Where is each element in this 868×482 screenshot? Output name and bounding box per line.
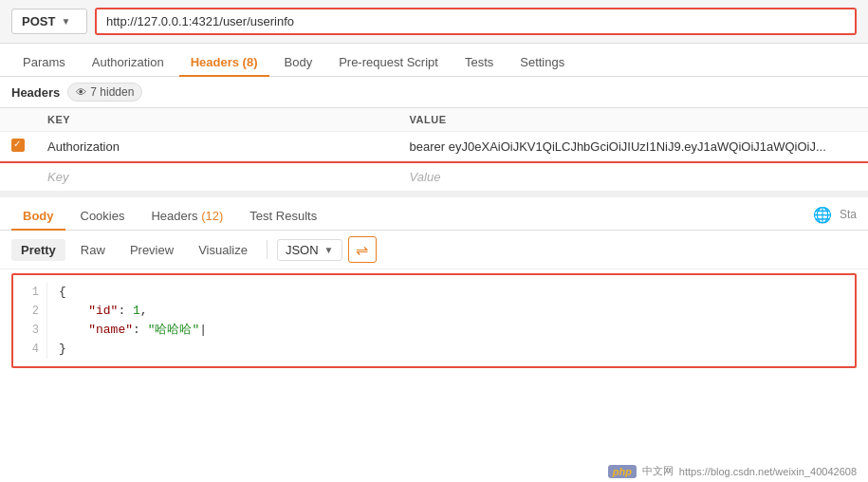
response-tab-test-results[interactable]: Test Results <box>238 203 328 231</box>
format-bar: Pretty Raw Preview Visualize JSON ▼ ⇌ <box>0 231 868 269</box>
line-num-1: 1 <box>21 283 39 302</box>
format-btn-preview[interactable]: Preview <box>120 239 183 261</box>
hidden-badge[interactable]: 👁 7 hidden <box>67 83 142 102</box>
table-row: Authorization bearer eyJ0eXAiOiJKV1QiLCJ… <box>0 132 868 163</box>
row-value-empty[interactable]: Value <box>398 162 868 192</box>
row-checkbox-cell[interactable] <box>0 132 36 163</box>
tab-headers[interactable]: Headers (8) <box>179 49 269 77</box>
response-right: 🌐 Sta <box>813 206 857 228</box>
brace-close: } <box>59 342 66 356</box>
json-format-select[interactable]: JSON ▼ <box>277 239 342 261</box>
val-placeholder: Value <box>410 170 441 184</box>
response-tabs-row: Body Cookies Headers (12) Test Results 🌐… <box>0 197 868 231</box>
code-line-2: "id": 1, <box>59 302 843 321</box>
line-numbers: 1 2 3 4 <box>13 283 47 359</box>
tab-authorization[interactable]: Authorization <box>81 49 175 77</box>
code-line-1: { <box>59 283 843 302</box>
code-key-name: "name" <box>88 323 133 337</box>
format-btn-visualize[interactable]: Visualize <box>189 239 257 261</box>
request-tabs-row: Params Authorization Headers (8) Body Pr… <box>0 44 868 77</box>
method-select[interactable]: POST ▼ <box>11 9 87 34</box>
eye-icon: 👁 <box>76 86 86 98</box>
table-row-empty: Key Value <box>0 162 868 192</box>
format-divider <box>267 240 268 259</box>
hidden-count: 7 hidden <box>90 85 134 99</box>
url-input-wrapper <box>95 8 857 35</box>
headers-label: Headers <box>11 85 60 100</box>
brace-open: { <box>59 285 66 299</box>
format-btn-pretty[interactable]: Pretty <box>11 239 65 261</box>
col-key: KEY <box>36 108 398 132</box>
tab-body[interactable]: Body <box>273 49 324 77</box>
code-val-name: "哈哈哈" <box>148 323 200 337</box>
wrap-icon-symbol: ⇌ <box>356 241 368 259</box>
tab-params[interactable]: Params <box>11 49 77 77</box>
tab-settings[interactable]: Settings <box>508 49 576 77</box>
code-line-4: } <box>59 340 843 359</box>
status-text: Sta <box>840 208 857 221</box>
key-placeholder: Key <box>47 170 68 184</box>
row-value[interactable]: bearer eyJ0eXAiOiJKV1QiLCJhbGciOiJIUzI1N… <box>398 132 868 163</box>
response-tab-cookies[interactable]: Cookies <box>69 203 137 231</box>
line-num-4: 4 <box>21 340 39 359</box>
url-input[interactable] <box>97 9 855 33</box>
col-checkbox <box>0 108 36 132</box>
row-key-empty[interactable]: Key <box>36 162 398 192</box>
top-bar: POST ▼ <box>0 0 868 44</box>
code-val-id: 1 <box>133 304 140 318</box>
code-output-border: 1 2 3 4 { "id": 1, "name": "哈哈哈"| } <box>11 273 857 368</box>
col-value: VALUE <box>398 108 868 132</box>
globe-icon[interactable]: 🌐 <box>813 206 832 224</box>
wrap-icon[interactable]: ⇌ <box>348 236 377 263</box>
code-key-id: "id" <box>88 304 118 318</box>
method-arrow: ▼ <box>61 16 77 27</box>
code-colon-2: : <box>133 323 148 337</box>
code-content: { "id": 1, "name": "哈哈哈"| } <box>47 283 855 359</box>
response-headers-count: (12) <box>201 209 223 223</box>
cursor-blink: | <box>199 323 207 337</box>
tab-prerequest[interactable]: Pre-request Script <box>327 49 450 77</box>
line-num-3: 3 <box>21 321 39 340</box>
response-tab-body[interactable]: Body <box>11 203 65 231</box>
headers-table: KEY VALUE Authorization bearer eyJ0eXAiO… <box>0 108 868 192</box>
row-checkbox-empty <box>0 162 36 192</box>
json-arrow: ▼ <box>324 245 334 255</box>
code-comma-1: , <box>140 304 148 318</box>
response-tab-headers[interactable]: Headers (12) <box>139 203 234 231</box>
row-key[interactable]: Authorization <box>36 132 398 163</box>
json-label: JSON <box>286 243 319 257</box>
checkbox-checked <box>11 139 25 152</box>
tab-tests[interactable]: Tests <box>453 49 505 77</box>
code-area: 1 2 3 4 { "id": 1, "name": "哈哈哈"| } <box>13 275 855 366</box>
line-num-2: 2 <box>21 302 39 321</box>
method-value: POST <box>22 14 55 28</box>
code-colon-1: : <box>118 304 133 318</box>
code-line-3: "name": "哈哈哈"| <box>59 321 843 340</box>
format-btn-raw[interactable]: Raw <box>71 239 115 261</box>
headers-subbar: Headers 👁 7 hidden <box>0 77 868 108</box>
